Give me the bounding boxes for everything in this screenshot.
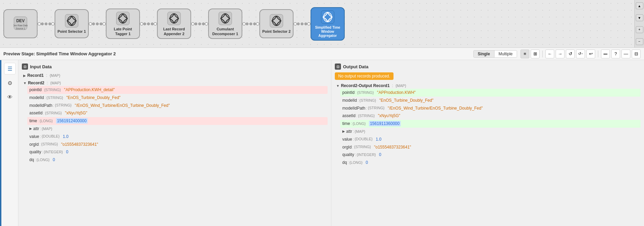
field-attr-input[interactable]: ▶ attr : {MAP} xyxy=(27,125,328,133)
node-point-selector-1[interactable]: Point Selector 1 xyxy=(55,9,89,38)
undo-button[interactable]: ↩ xyxy=(586,50,595,58)
stw-label: Simplified Time Window Aggregator xyxy=(313,26,342,38)
field-type-time: {LONG} xyxy=(40,118,53,124)
field-attr-output[interactable]: ▶ attr : {MAP} xyxy=(340,128,641,136)
out-field-name-assetId: assetId xyxy=(342,113,356,119)
out-field-val-pointId: "APProduction.KWH" xyxy=(376,90,416,96)
node-box-lra[interactable]: Last Record Appender 2 xyxy=(157,9,191,39)
dot-5 xyxy=(140,22,143,26)
out-field-val-dq: 0 xyxy=(364,160,368,166)
node-box-ps1[interactable]: Point Selector 1 xyxy=(55,9,89,38)
field-type-attr: {MAP} xyxy=(42,126,52,131)
field-pointId-input: pointId : {STRING} "APProduction.KWH_det… xyxy=(27,86,328,94)
dot-11 xyxy=(294,22,297,26)
record2-output-type: {MAP} xyxy=(396,84,406,88)
dot-small-15 xyxy=(253,23,256,25)
dot-small-10 xyxy=(195,23,197,25)
sidebar-list-button[interactable]: ☰ xyxy=(4,63,16,74)
node-cumulant-decomposer[interactable]: Cumulant Decomposer 1 xyxy=(208,9,242,39)
record2-output-header[interactable]: ▼ Record2-Output Record1 : {MAP} xyxy=(335,83,641,89)
dot-12 xyxy=(307,22,311,26)
connector-3 xyxy=(140,22,157,26)
out-field-type-modelIdPath: {STRING} xyxy=(368,105,385,111)
multiple-button[interactable]: Multiple xyxy=(495,51,517,57)
next-button[interactable]: → xyxy=(556,50,564,58)
help-button[interactable]: ? xyxy=(611,50,620,58)
sidebar-settings-button[interactable]: ⚙ xyxy=(4,77,16,89)
field-modelIdPath-input: modelIdPath : {STRING} "/EnOS_Wind_Turbi… xyxy=(27,102,328,110)
output-panel-title: Output Data xyxy=(343,64,368,69)
dev-sublabel2: Source 1 xyxy=(16,27,25,30)
field-val-modelIdPath: "/EnOS_Wind_Turbine/EnOS_Turbine_Doubly_… xyxy=(74,103,170,109)
record2-output-sep: : xyxy=(392,83,393,88)
out-field-type-orgId: {STRING} xyxy=(354,144,371,150)
field-type-value: {DOUBLE} xyxy=(42,134,60,139)
out-field-type-pointId: {STRING} xyxy=(357,90,374,95)
out-field-name-quality: quality xyxy=(342,152,354,158)
record1-sep: : xyxy=(46,73,47,78)
out-field-name-modelId: modelId xyxy=(342,98,357,103)
no-output-badge: No output records produced. xyxy=(335,72,393,80)
out-field-val-time: 1561911360000 xyxy=(368,121,401,127)
field-assetId-output: assetId : {STRING} "xNyuYq5G" xyxy=(340,112,641,120)
node-box-lpt[interactable]: Late Point Tagger 1 xyxy=(106,9,140,39)
field-type-quality: {INTEGER} xyxy=(44,150,63,155)
grid-view-button[interactable]: ⊞ xyxy=(531,50,540,58)
node-point-selector-2[interactable]: Point Selector 2 xyxy=(259,9,294,38)
expand-button[interactable]: ⊟ xyxy=(632,50,641,58)
field-sep-9: : xyxy=(42,149,43,155)
sidebar-eye-button[interactable]: 👁 xyxy=(4,91,16,103)
node-dev[interactable]: DEV Dev Raw Data Source 1 xyxy=(3,9,38,38)
dot-4 xyxy=(102,22,106,26)
dot-small-3 xyxy=(48,23,51,25)
out-field-type-dq: {LONG} xyxy=(349,160,363,165)
dot-small-6 xyxy=(100,23,102,25)
record2-output-triangle: ▼ xyxy=(336,84,340,88)
field-dq-output: dq : {LONG} 0 xyxy=(340,159,641,167)
ps1-label: Point Selector 1 xyxy=(57,29,86,34)
node-simplified-time[interactable]: Simplified Time Window Aggregator xyxy=(311,7,345,41)
field-sep-3: : xyxy=(53,103,54,109)
field-sep-5: : xyxy=(38,118,39,124)
list-view-button[interactable]: ≡ xyxy=(520,50,529,58)
field-assetId-input: assetId : {STRING} "xNyuYq5G" xyxy=(27,109,328,117)
field-val-value: 1.0 xyxy=(62,134,69,140)
single-button[interactable]: Single xyxy=(474,51,495,57)
nav-down-button[interactable]: ▼ xyxy=(636,14,643,21)
field-name-modelIdPath: modelIdPath xyxy=(29,103,52,109)
point-selector-2-icon xyxy=(269,14,284,28)
ps2-label: Point Selector 2 xyxy=(262,29,290,34)
field-val-modelId: "EnOS_Turbine_Doubly_Fed" xyxy=(65,95,120,101)
nav-up-button[interactable]: ▲ xyxy=(636,2,643,9)
node-box-ps2[interactable]: Point Selector 2 xyxy=(259,9,294,38)
input-panel: ⊡ Input Data ▶ Record1 : {MAP} ▼ Record2… xyxy=(18,60,331,226)
node-last-record-appender[interactable]: Last Record Appender 2 xyxy=(157,9,191,39)
node-box-stw[interactable]: Simplified Time Window Aggregator xyxy=(311,7,345,41)
out-field-val-value: 1.0 xyxy=(375,137,382,142)
field-sep-8: : xyxy=(39,142,40,147)
single-multiple-toggle[interactable]: Single Multiple xyxy=(473,50,517,58)
field-value-output: value : {DOUBLE} 1.0 xyxy=(340,136,641,143)
more-button[interactable]: ••• xyxy=(601,50,610,58)
node-box-cd[interactable]: Cumulant Decomposer 1 xyxy=(208,9,242,39)
refresh-button[interactable]: ↺ xyxy=(566,50,575,58)
refresh2-button[interactable]: ↺+ xyxy=(576,50,585,58)
nav-zoom-out-button[interactable]: − xyxy=(636,38,643,45)
node-late-point-tagger[interactable]: Late Point Tagger 1 xyxy=(106,9,140,39)
nav-zoom-in-button[interactable]: + xyxy=(636,26,643,33)
dot-1 xyxy=(38,22,41,26)
prev-button[interactable]: ← xyxy=(545,50,554,58)
lpt-label: Late Point Tagger 1 xyxy=(109,27,137,36)
collapse-button[interactable]: — xyxy=(621,50,630,58)
field-value-input: value : {DOUBLE} 1.0 xyxy=(27,133,328,141)
out-field-sep-6: : xyxy=(353,129,354,135)
record2-header[interactable]: ▼ Record2 : {MAP} xyxy=(22,80,328,86)
preview-actions: ≡ ⊞ ← → ↺ ↺+ ↩ ••• ? — ⊟ xyxy=(520,50,641,58)
node-box-dev[interactable]: DEV Dev Raw Data Source 1 xyxy=(3,9,38,38)
field-val-dq: 0 xyxy=(52,157,55,163)
out-field-val-quality: 0 xyxy=(378,152,381,158)
out-field-sep-8: : xyxy=(352,144,353,150)
out-field-type-value: {DOUBLE} xyxy=(355,137,373,142)
record1-header[interactable]: ▶ Record1 : {MAP} xyxy=(22,72,328,79)
record2-input: ▼ Record2 : {MAP} pointId : {STRING} "AP… xyxy=(22,80,328,164)
